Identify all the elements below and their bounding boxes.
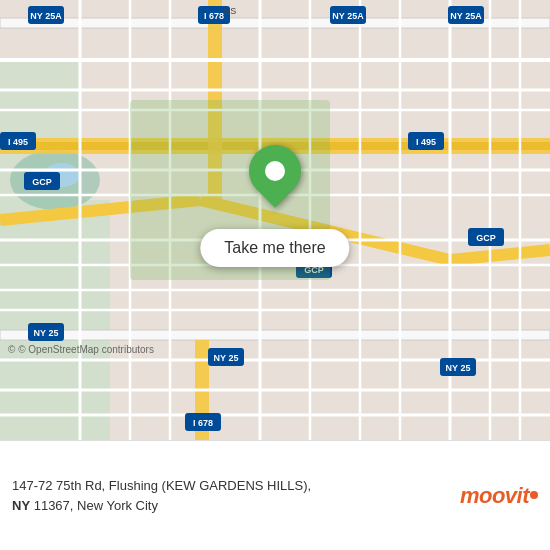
svg-text:NY 25: NY 25 — [34, 328, 59, 338]
svg-text:NS: NS — [224, 6, 237, 16]
map-container: NY 25A NY 25A NY 25A I 678 NS I 495 I 49… — [0, 0, 550, 440]
svg-text:NY 25: NY 25 — [214, 353, 239, 363]
pin-center — [265, 161, 285, 181]
map-bg: NY 25A NY 25A NY 25A I 678 NS I 495 I 49… — [0, 0, 550, 440]
address-city: NY 11367, New York City — [12, 498, 158, 513]
openstreetmap-credit: © © OpenStreetMap contributors — [8, 344, 154, 355]
moovit-text: moovit — [460, 483, 529, 509]
svg-text:I 678: I 678 — [204, 11, 224, 21]
svg-text:NY 25A: NY 25A — [30, 11, 62, 21]
svg-text:NY 25: NY 25 — [446, 363, 471, 373]
svg-text:NY 25A: NY 25A — [332, 11, 364, 21]
address-line: 147-72 75th Rd, Flushing (KEW GARDENS HI… — [12, 476, 448, 515]
take-me-there-button[interactable]: Take me there — [200, 229, 349, 267]
svg-text:GCP: GCP — [32, 177, 52, 187]
svg-text:I 495: I 495 — [8, 137, 28, 147]
pin-marker — [238, 134, 312, 208]
moovit-logo: moovit — [448, 466, 538, 526]
address-block: 147-72 75th Rd, Flushing (KEW GARDENS HI… — [12, 476, 448, 515]
svg-text:I 678: I 678 — [193, 418, 213, 428]
credit-text: © OpenStreetMap contributors — [18, 344, 154, 355]
svg-text:I 495: I 495 — [416, 137, 436, 147]
svg-text:NY 25A: NY 25A — [450, 11, 482, 21]
moovit-dot — [530, 491, 538, 499]
copyright-icon: © — [8, 344, 15, 355]
svg-rect-1 — [0, 200, 110, 440]
address-text: 147-72 75th Rd, Flushing (KEW GARDENS HI… — [12, 478, 311, 493]
location-pin — [249, 145, 301, 197]
info-bar: 147-72 75th Rd, Flushing (KEW GARDENS HI… — [0, 440, 550, 550]
svg-rect-8 — [0, 330, 550, 340]
svg-text:GCP: GCP — [476, 233, 496, 243]
